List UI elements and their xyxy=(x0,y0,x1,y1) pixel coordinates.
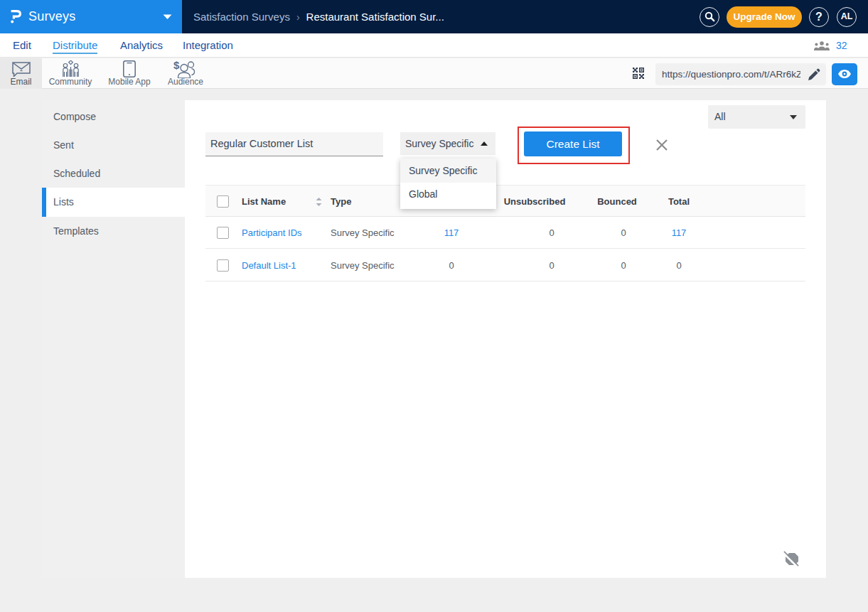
svg-text:$: $ xyxy=(173,60,180,71)
